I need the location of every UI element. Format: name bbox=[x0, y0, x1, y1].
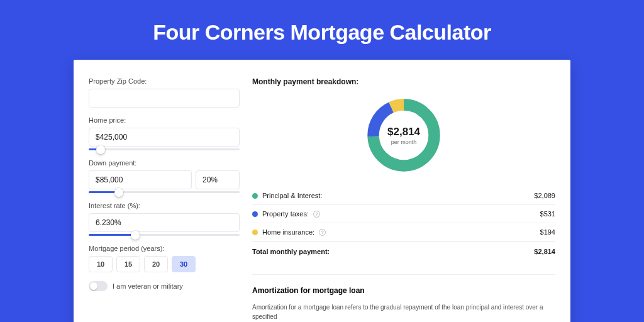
form-panel: Property Zip Code: Home price: Down paym… bbox=[89, 77, 240, 322]
down-payment-slider[interactable] bbox=[89, 191, 240, 193]
breakdown-title: Monthly payment breakdown: bbox=[252, 77, 555, 86]
total-value: $2,814 bbox=[534, 248, 555, 255]
breakdown-item-label: Home insurance: bbox=[262, 228, 314, 236]
down-payment-label: Down payment: bbox=[89, 159, 240, 167]
period-option-15[interactable]: 15 bbox=[116, 256, 140, 272]
help-icon[interactable]: ? bbox=[313, 211, 320, 218]
home-price-label: Home price: bbox=[89, 116, 240, 124]
breakdown-row: Home insurance:?$194 bbox=[252, 223, 555, 241]
down-payment-slider-knob[interactable] bbox=[114, 188, 123, 197]
period-option-20[interactable]: 20 bbox=[144, 256, 168, 272]
amortization-section: Amortization for mortgage loan Amortizat… bbox=[252, 274, 555, 321]
legend-dot-icon bbox=[252, 193, 258, 199]
period-option-30[interactable]: 30 bbox=[172, 256, 196, 272]
donut-amount: $2,814 bbox=[387, 126, 420, 138]
breakdown-item-value: $531 bbox=[540, 210, 555, 218]
down-payment-input[interactable] bbox=[89, 170, 192, 189]
home-price-input[interactable] bbox=[89, 128, 240, 147]
period-label: Mortgage period (years): bbox=[89, 245, 240, 252]
legend-dot-icon bbox=[252, 211, 258, 217]
breakdown-panel: Monthly payment breakdown: $2,814 per mo… bbox=[252, 77, 555, 322]
legend-dot-icon bbox=[252, 230, 258, 235]
interest-rate-slider-knob[interactable] bbox=[131, 231, 140, 240]
down-payment-pct-input[interactable] bbox=[196, 170, 240, 189]
page-title: Four Corners Mortgage Calculator bbox=[74, 0, 570, 60]
total-label: Total monthly payment: bbox=[252, 248, 330, 255]
home-price-slider[interactable] bbox=[89, 148, 240, 150]
help-icon[interactable]: ? bbox=[319, 229, 326, 236]
amortization-heading: Amortization for mortgage loan bbox=[252, 286, 555, 295]
veteran-label: I am veteran or military bbox=[113, 282, 183, 290]
zip-label: Property Zip Code: bbox=[89, 77, 240, 85]
breakdown-row: Property taxes:?$531 bbox=[252, 204, 555, 223]
breakdown-rows: Principal & Interest:$2,089Property taxe… bbox=[252, 187, 555, 241]
calculator-card: Property Zip Code: Home price: Down paym… bbox=[74, 60, 570, 322]
interest-rate-label: Interest rate (%): bbox=[89, 202, 240, 209]
breakdown-item-label: Principal & Interest: bbox=[262, 192, 322, 199]
home-price-slider-knob[interactable] bbox=[96, 145, 105, 154]
breakdown-item-label: Property taxes: bbox=[262, 210, 309, 218]
breakdown-row: Principal & Interest:$2,089 bbox=[252, 187, 555, 204]
period-group: 10152030 bbox=[89, 256, 240, 272]
zip-input[interactable] bbox=[89, 89, 240, 108]
donut-sublabel: per month bbox=[391, 139, 417, 145]
interest-rate-input[interactable] bbox=[89, 213, 240, 232]
breakdown-donut-chart: $2,814 per month bbox=[364, 95, 444, 175]
breakdown-item-value: $194 bbox=[540, 228, 555, 236]
breakdown-item-value: $2,089 bbox=[534, 192, 555, 199]
interest-rate-slider-fill bbox=[89, 234, 135, 236]
amortization-body: Amortization for a mortgage loan refers … bbox=[252, 303, 555, 321]
period-option-10[interactable]: 10 bbox=[89, 256, 113, 272]
veteran-toggle[interactable] bbox=[89, 281, 108, 291]
interest-rate-slider[interactable] bbox=[89, 234, 240, 236]
